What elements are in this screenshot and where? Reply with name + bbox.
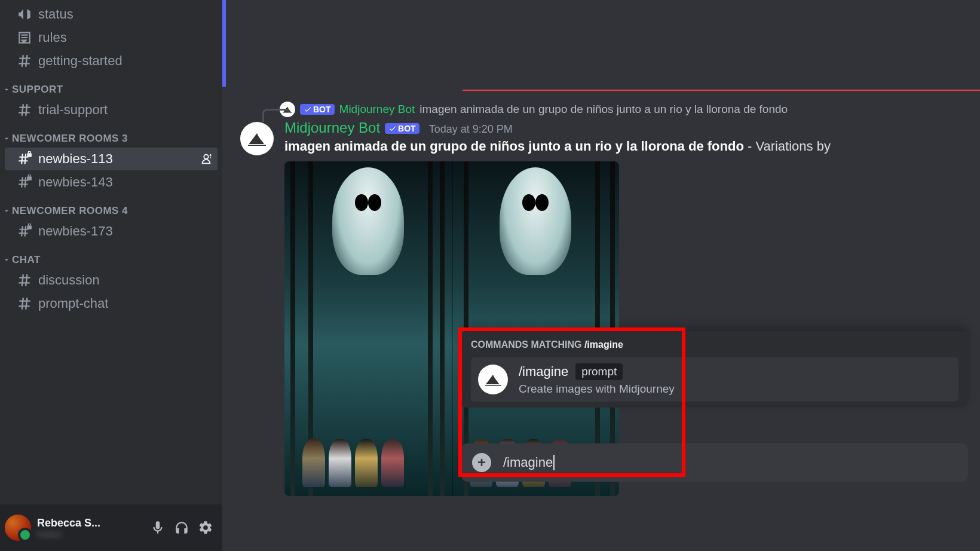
bot-badge: BOT <box>385 123 419 134</box>
hash-lock-icon <box>17 151 32 167</box>
message-header: Midjourney Bot BOT Today at 9:20 PM <box>284 120 980 136</box>
channel-status[interactable]: status <box>5 3 218 26</box>
channel-newbies-143[interactable]: newbies-143 <box>5 171 218 194</box>
message-suffix: - Variations by <box>744 139 831 154</box>
category-label: CHAT <box>12 254 41 266</box>
message-body: Midjourney Bot BOT Today at 9:20 PM imag… <box>284 120 980 496</box>
message-timestamp: Today at 9:20 PM <box>429 123 513 136</box>
command-name: /imagine <box>519 364 568 379</box>
new-messages-divider <box>463 90 980 91</box>
channel-label: newbies-113 <box>38 151 113 167</box>
channel-label: prompt-chat <box>38 296 108 311</box>
category-label: NEWCOMER ROOMS 3 <box>12 133 128 145</box>
category-label: NEWCOMER ROOMS 4 <box>12 205 128 217</box>
command-popup-header: COMMANDS MATCHING /imagine <box>471 339 958 350</box>
add-user-icon[interactable] <box>200 152 213 166</box>
command-autocomplete-popup: COMMANDS MATCHING /imagine /imagine prom… <box>461 331 968 408</box>
chevron-down-icon <box>2 134 11 143</box>
hash-icon <box>17 273 32 288</box>
command-header-match: /imagine <box>584 339 623 350</box>
channel-label: rules <box>38 30 67 45</box>
settings-button[interactable] <box>194 516 218 540</box>
channel-label: getting-started <box>38 53 122 69</box>
channel-label: newbies-173 <box>38 224 113 239</box>
command-header-prefix: COMMANDS MATCHING <box>471 339 584 350</box>
reply-author: Midjourney Bot <box>339 103 415 116</box>
reply-spine <box>262 109 289 122</box>
chevron-down-icon <box>2 85 11 94</box>
hash-icon <box>17 296 32 311</box>
user-panel: Rebecca S... hidden <box>0 504 222 551</box>
category-label: SUPPORT <box>12 84 63 96</box>
command-param: prompt <box>575 363 623 380</box>
command-description: Create images with Midjourney <box>519 382 675 396</box>
message: Midjourney Bot BOT Today at 9:20 PM imag… <box>240 120 980 496</box>
channel-trial-support[interactable]: trial-support <box>5 99 218 121</box>
channel-newbies-173[interactable]: newbies-173 <box>5 220 218 243</box>
hash-icon <box>17 53 32 69</box>
channel-list: statusrulesgetting-startedSUPPORTtrial-s… <box>0 0 222 504</box>
user-avatar[interactable] <box>5 515 31 541</box>
hash-icon <box>17 102 32 118</box>
user-info[interactable]: Rebecca S... hidden <box>37 517 146 539</box>
category-chat[interactable]: CHAT <box>0 243 222 268</box>
message-avatar[interactable] <box>240 122 274 155</box>
hash-lock-icon <box>17 224 32 239</box>
bot-badge-text: BOT <box>398 124 416 133</box>
headphones-button[interactable] <box>170 516 194 540</box>
svg-rect-3 <box>27 225 32 229</box>
svg-rect-2 <box>27 176 32 180</box>
channel-label: status <box>38 7 74 22</box>
command-item-imagine[interactable]: /imagine prompt Create images with Midjo… <box>471 357 958 402</box>
chevron-down-icon <box>2 256 11 264</box>
bot-badge: BOT <box>300 104 335 115</box>
channel-discussion[interactable]: discussion <box>5 269 218 292</box>
reply-text: imagen animada de un grupo de niños junt… <box>419 103 788 116</box>
channel-label: trial-support <box>38 102 108 118</box>
svg-rect-0 <box>27 153 32 157</box>
input-text: /imagine <box>503 455 553 470</box>
message-author[interactable]: Midjourney Bot <box>284 120 380 136</box>
message-text: imagen animada de un grupo de niños junt… <box>284 139 980 154</box>
message-input[interactable]: + /imagine <box>461 443 968 482</box>
chevron-down-icon <box>2 207 11 215</box>
user-name: Rebecca S... <box>37 517 146 529</box>
channel-prompt-chat[interactable]: prompt-chat <box>5 292 218 315</box>
attach-button[interactable]: + <box>472 453 491 472</box>
megaphone-icon <box>17 7 32 22</box>
channel-label: newbies-143 <box>38 175 113 190</box>
category-newcomer-rooms-4[interactable]: NEWCOMER ROOMS 4 <box>0 194 222 219</box>
channel-rules[interactable]: rules <box>5 26 218 49</box>
category-support[interactable]: SUPPORT <box>0 73 222 98</box>
command-bot-avatar <box>478 365 508 394</box>
hash-lock-icon <box>17 175 32 190</box>
user-subtext: hidden <box>37 529 146 539</box>
reply-context[interactable]: BOT Midjourney Bot imagen animada de un … <box>280 102 980 117</box>
selection-accent <box>222 0 226 87</box>
message-prompt: imagen animada de un grupo de niños junt… <box>284 139 744 154</box>
rules-icon <box>17 30 32 45</box>
channel-newbies-113[interactable]: newbies-113 <box>5 148 218 170</box>
category-newcomer-rooms-3[interactable]: NEWCOMER ROOMS 3 <box>0 122 222 147</box>
channel-label: discussion <box>38 273 100 288</box>
text-cursor <box>553 455 555 470</box>
channel-sidebar: statusrulesgetting-startedSUPPORTtrial-s… <box>0 0 222 551</box>
mic-button[interactable] <box>146 516 170 540</box>
bot-badge-text: BOT <box>313 105 331 114</box>
channel-getting-started[interactable]: getting-started <box>5 50 218 72</box>
typed-text: /imagine <box>503 455 555 470</box>
main-content: BOT Midjourney Bot imagen animada de un … <box>222 0 980 551</box>
